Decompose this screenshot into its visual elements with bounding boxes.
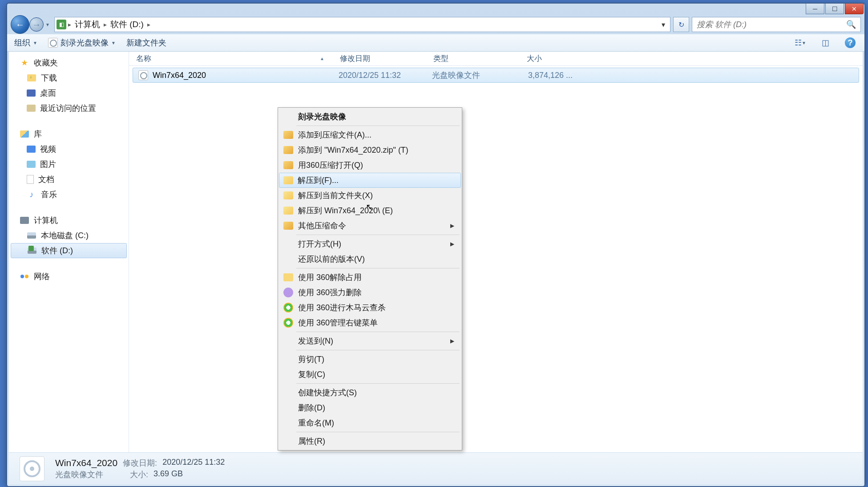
- preview-pane-button[interactable]: ◫: [818, 37, 832, 49]
- menu-open-with-360zip[interactable]: 用360压缩打开(Q): [279, 158, 460, 173]
- menu-extract-here[interactable]: 解压到当前文件夹(X): [279, 188, 460, 203]
- file-type-cell: 光盘映像文件: [427, 70, 520, 81]
- search-input[interactable]: [697, 20, 846, 29]
- burn-disc-button[interactable]: 刻录光盘映像 ▼: [48, 37, 116, 48]
- favorites-label: 收藏夹: [34, 57, 58, 68]
- details-date-label: 修改日期:: [123, 458, 157, 468]
- breadcrumb-arrow-icon[interactable]: ▸: [67, 21, 72, 28]
- minimize-button[interactable]: ─: [806, 4, 824, 14]
- iso-file-icon: [138, 70, 148, 80]
- file-row[interactable]: Win7x64_2020 2020/12/25 11:32 光盘映像文件 3,8…: [133, 68, 859, 83]
- menu-delete[interactable]: 删除(D): [279, 400, 460, 415]
- nav-history-dropdown[interactable]: ▼: [44, 22, 52, 27]
- pictures-icon: [27, 161, 36, 168]
- breadcrumb-arrow-icon[interactable]: ▸: [146, 21, 151, 28]
- network-icon: [20, 272, 29, 281]
- manage-icon: [283, 318, 293, 328]
- menu-restore-previous[interactable]: 还原以前的版本(V): [279, 252, 460, 267]
- menu-360-unlock[interactable]: 使用 360解除占用: [279, 270, 460, 285]
- documents-icon: [27, 175, 34, 184]
- breadcrumb-segment[interactable]: 计算机: [73, 19, 102, 30]
- help-button[interactable]: ?: [843, 37, 857, 49]
- column-header-type[interactable]: 类型: [426, 52, 520, 65]
- details-filename: Win7x64_2020: [55, 458, 117, 468]
- search-icon[interactable]: 🔍: [846, 20, 856, 29]
- menu-burn-disc[interactable]: 刻录光盘映像: [279, 109, 460, 124]
- menu-360-force-delete[interactable]: 使用 360强力删除: [279, 285, 460, 300]
- disk-icon: [28, 248, 36, 254]
- column-headers: 名称 ▲ 修改日期 类型 大小: [129, 52, 863, 66]
- scan-icon: [283, 303, 293, 312]
- submenu-arrow-icon: ▶: [450, 223, 454, 229]
- toolbar: 组织 ▼ 刻录光盘映像 ▼ 新建文件夹 ☷ ▼ ◫ ?: [7, 34, 864, 52]
- menu-add-to-zip[interactable]: 添加到 "Win7x64_2020.zip" (T): [279, 142, 460, 158]
- dropdown-arrow-icon: ▼: [33, 41, 37, 45]
- menu-send-to[interactable]: 发送到(N)▶: [279, 333, 460, 349]
- forward-button[interactable]: →: [29, 17, 44, 32]
- archive-open-icon: [283, 176, 293, 184]
- new-folder-button[interactable]: 新建文件夹: [126, 37, 166, 48]
- sidebar-item-music[interactable]: ♪ 音乐: [9, 187, 129, 202]
- star-icon: ★: [20, 58, 29, 68]
- breadcrumb-segment[interactable]: 软件 (D:): [109, 19, 145, 30]
- menu-360-manage[interactable]: 使用 360管理右键菜单: [279, 315, 460, 330]
- titlebar: ─ ☐ ✕: [7, 4, 864, 15]
- menu-rename[interactable]: 重命名(M): [279, 415, 460, 430]
- sidebar-item-desktop[interactable]: 桌面: [9, 85, 129, 101]
- libraries-root[interactable]: 库: [9, 126, 129, 142]
- navigation-row: ← → ▼ ◧ ▸ 计算机 ▸ 软件 (D:) ▸ ▾ ↻ 🔍: [7, 15, 864, 34]
- sort-arrow-icon: ▲: [320, 56, 324, 61]
- drive-icon: ◧: [57, 20, 66, 29]
- menu-other-zip-commands[interactable]: 其他压缩命令▶: [279, 218, 460, 233]
- menu-cut[interactable]: 剪切(T): [279, 352, 460, 367]
- column-header-size[interactable]: 大小: [520, 52, 577, 65]
- menu-360-scan[interactable]: 使用 360进行木马云查杀: [279, 300, 460, 315]
- favorites-root[interactable]: ★ 收藏夹: [9, 55, 129, 70]
- archive-icon: [283, 146, 293, 154]
- refresh-button[interactable]: ↻: [673, 17, 689, 32]
- file-date-cell: 2020/12/25 11:32: [333, 71, 427, 80]
- sidebar-item-software-d[interactable]: 软件 (D:): [11, 243, 127, 258]
- archive-open-icon: [283, 207, 293, 215]
- organize-menu[interactable]: 组织 ▼: [14, 37, 37, 48]
- menu-extract-to[interactable]: 解压到(F)...: [279, 173, 461, 188]
- column-header-name[interactable]: 名称 ▲: [129, 52, 333, 65]
- column-header-date[interactable]: 修改日期: [333, 52, 426, 65]
- address-bar[interactable]: ◧ ▸ 计算机 ▸ 软件 (D:) ▸ ▾: [54, 17, 670, 32]
- back-button[interactable]: ←: [11, 15, 29, 34]
- disc-icon: [48, 38, 58, 48]
- sidebar-item-downloads[interactable]: 下载: [9, 70, 129, 85]
- sidebar-item-recent[interactable]: 最近访问的位置: [9, 101, 129, 116]
- submenu-arrow-icon: ▶: [450, 338, 454, 344]
- close-button[interactable]: ✕: [845, 4, 864, 14]
- computer-root[interactable]: 计算机: [9, 213, 129, 228]
- menu-extract-to-folder[interactable]: 解压到 Win7x64_2020\ (E): [279, 203, 460, 218]
- menu-add-to-archive[interactable]: 添加到压缩文件(A)...: [279, 127, 460, 142]
- sidebar-item-documents[interactable]: 文档: [9, 172, 129, 187]
- sidebar-item-local-disk-c[interactable]: 本地磁盘 (C:): [9, 228, 129, 243]
- search-box[interactable]: 🔍: [692, 17, 861, 32]
- file-size-cell: 3,874,126 ...: [520, 71, 578, 80]
- file-list-pane: 名称 ▲ 修改日期 类型 大小 Win7x64_2020 2020/12/25 …: [129, 52, 863, 452]
- file-name-cell: Win7x64_2020: [133, 70, 333, 80]
- breadcrumb-arrow-icon[interactable]: ▸: [103, 21, 108, 28]
- details-pane: Win7x64_2020 修改日期: 2020/12/25 11:32 光盘映像…: [9, 452, 863, 484]
- address-dropdown[interactable]: ▾: [658, 20, 668, 29]
- sidebar-item-videos[interactable]: 视频: [9, 142, 129, 157]
- menu-copy[interactable]: 复制(C): [279, 367, 460, 382]
- downloads-icon: [27, 74, 36, 81]
- view-mode-button[interactable]: ☷ ▼: [793, 37, 807, 49]
- menu-open-with[interactable]: 打开方式(H)▶: [279, 236, 460, 252]
- archive-icon: [283, 131, 293, 139]
- libraries-icon: [20, 130, 29, 138]
- archive-open-icon: [283, 191, 293, 199]
- disk-icon: [27, 232, 36, 239]
- new-folder-label: 新建文件夹: [126, 37, 166, 48]
- window-controls: ─ ☐ ✕: [806, 4, 864, 14]
- maximize-button[interactable]: ☐: [825, 4, 844, 14]
- menu-create-shortcut[interactable]: 创建快捷方式(S): [279, 385, 460, 400]
- menu-properties[interactable]: 属性(R): [279, 434, 460, 449]
- network-root[interactable]: 网络: [9, 269, 129, 284]
- sidebar-item-pictures[interactable]: 图片: [9, 157, 129, 172]
- details-size-value: 3.69 GB: [153, 469, 183, 480]
